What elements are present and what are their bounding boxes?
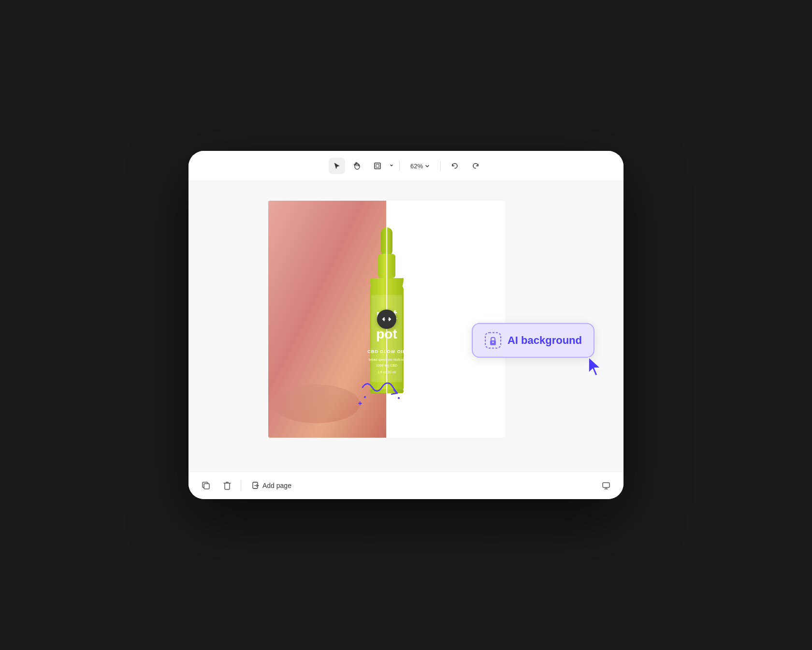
add-page-label: Add page bbox=[262, 482, 291, 489]
svg-point-22 bbox=[492, 341, 493, 343]
svg-point-3 bbox=[273, 384, 360, 423]
squiggle-decoration bbox=[358, 378, 406, 409]
frame-dropdown-icon bbox=[390, 162, 393, 169]
zoom-dropdown-icon bbox=[425, 163, 430, 168]
split-handle[interactable] bbox=[377, 310, 396, 329]
split-arrows-icon bbox=[382, 316, 392, 323]
toolbar-divider-2 bbox=[440, 161, 441, 171]
canvas-area: not pot CBD GLOW OIL broad spectrum mult… bbox=[188, 181, 624, 472]
delete-page-button[interactable] bbox=[219, 478, 235, 493]
toolbar-divider bbox=[399, 161, 400, 171]
image-container: not pot CBD GLOW OIL broad spectrum mult… bbox=[268, 201, 505, 438]
device-frame: 62% bbox=[188, 151, 624, 499]
frame-tool-button[interactable] bbox=[369, 158, 386, 174]
toolbar: 62% bbox=[188, 151, 624, 181]
svg-rect-23 bbox=[204, 484, 209, 489]
ai-background-label: AI background bbox=[508, 334, 582, 347]
ai-lock-icon bbox=[484, 332, 502, 349]
copy-page-button[interactable] bbox=[198, 478, 214, 493]
ai-background-pill[interactable]: AI background bbox=[472, 323, 594, 358]
svg-rect-1 bbox=[376, 164, 379, 167]
bottom-toolbar: Add page bbox=[188, 472, 624, 499]
cursor-arrow bbox=[587, 355, 604, 381]
svg-rect-0 bbox=[375, 163, 380, 169]
bottom-divider bbox=[241, 481, 241, 490]
add-page-button[interactable]: Add page bbox=[247, 479, 296, 492]
hand-tool-button[interactable] bbox=[349, 158, 365, 174]
zoom-value: 62% bbox=[410, 162, 423, 170]
svg-rect-25 bbox=[603, 483, 609, 488]
redo-button[interactable] bbox=[467, 158, 483, 174]
bottom-left-controls: Add page bbox=[198, 478, 296, 493]
add-page-icon bbox=[252, 482, 260, 489]
svg-point-16 bbox=[364, 396, 366, 398]
select-tool-button[interactable] bbox=[329, 158, 345, 174]
zoom-control[interactable]: 62% bbox=[406, 160, 435, 173]
undo-button[interactable] bbox=[447, 158, 463, 174]
settings-button[interactable] bbox=[598, 478, 614, 493]
editor-canvas: not pot CBD GLOW OIL broad spectrum mult… bbox=[188, 181, 624, 472]
svg-point-17 bbox=[398, 397, 400, 399]
bottom-right-controls bbox=[598, 478, 614, 493]
